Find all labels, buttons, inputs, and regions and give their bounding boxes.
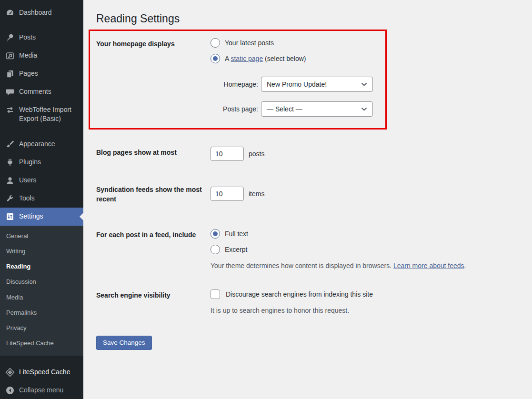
radio-label: A static page (select below) [225, 55, 306, 62]
user-icon [5, 176, 15, 185]
chevron-down-icon [361, 82, 367, 87]
pin-icon [5, 33, 15, 42]
radio-excerpt[interactable]: Excerpt [211, 245, 466, 254]
posts-page-select[interactable]: — Select — [261, 101, 373, 117]
sidebar-item-label: Plugins [19, 158, 80, 167]
sidebar-item-label: Pages [19, 69, 80, 78]
sidebar-item-label: Tools [19, 194, 80, 203]
discourage-indexing-option[interactable]: Discourage search engines from indexing … [211, 289, 373, 299]
sidebar-item-label: Appearance [19, 140, 80, 149]
radio-a-static-page[interactable]: A static page (select below) [211, 54, 373, 63]
sidebar-footer: LiteSpeed Cache Collapse menu [0, 363, 83, 399]
admin-sidebar: Dashboard Posts Media Pages Comments Web… [0, 0, 83, 399]
sidebar-item-collapse-menu[interactable]: Collapse menu [0, 381, 83, 399]
sidebar-item-label: Users [19, 176, 80, 185]
static-page-link[interactable]: static page [231, 55, 263, 62]
sidebar-item-plugins[interactable]: Plugins [0, 153, 83, 171]
sidebar-item-privacy[interactable]: Privacy [0, 320, 83, 336]
feed-include-label: For each post in a feed, include [96, 229, 211, 271]
sidebar-item-settings[interactable]: Settings [0, 208, 83, 226]
sidebar-item-litespeed-cache-settings[interactable]: LiteSpeed Cache [0, 336, 83, 351]
homepage-displays-label: Your homepage displays [96, 38, 211, 117]
search-visibility-checkbox[interactable] [211, 289, 220, 299]
homepage-select[interactable]: New Promo Update! [261, 77, 373, 92]
sidebar-item-media[interactable]: Media [0, 47, 83, 65]
sidebar-item-appearance[interactable]: Appearance [0, 135, 83, 153]
comment-icon [5, 87, 15, 97]
sidebar-item-dashboard[interactable]: Dashboard [0, 4, 83, 22]
sidebar-item-label: Settings [19, 212, 80, 221]
search-visibility-note: It is up to search engines to honor this… [211, 306, 373, 316]
main-content: Reading Settings Your homepage displays … [83, 0, 532, 350]
sidebar-item-litespeed-cache[interactable]: LiteSpeed Cache [0, 363, 83, 381]
current-menu-arrow [76, 213, 83, 220]
homepage-section-highlight: Your homepage displays Your latest posts… [89, 30, 387, 130]
syndication-input[interactable] [211, 187, 244, 201]
plugin-icon [5, 158, 15, 167]
import-export-icon [5, 105, 15, 115]
menu-separator [0, 128, 83, 135]
radio-selected-icon[interactable] [211, 54, 220, 63]
radio-label: Full text [225, 230, 248, 238]
homepage-select-value: New Promo Update! [267, 80, 327, 88]
menu-separator [0, 22, 83, 29]
learn-more-feeds-link[interactable]: Learn more about feeds [393, 262, 464, 269]
radio-label: Excerpt [225, 246, 247, 253]
sidebar-item-tools[interactable]: Tools [0, 190, 83, 208]
checkbox-label: Discourage search engines from indexing … [226, 290, 373, 298]
brush-icon [5, 140, 15, 149]
radio-unselected-icon[interactable] [211, 38, 220, 48]
media-icon [5, 51, 15, 60]
feed-note: Your theme determines how content is dis… [211, 261, 466, 271]
sidebar-item-posts[interactable]: Posts [0, 29, 83, 47]
radio-label: Your latest posts [225, 39, 274, 47]
sidebar-item-label: Posts [19, 33, 80, 42]
pages-icon [5, 69, 15, 79]
syndication-unit: items [249, 190, 264, 198]
sidebar-item-webtoffee-import-export[interactable]: WebToffee Import Export (Basic) [0, 101, 83, 128]
homepage-select-label: Homepage: [211, 80, 258, 88]
sidebar-item-label: Dashboard [19, 8, 80, 17]
dashboard-icon [5, 8, 15, 18]
sidebar-item-writing[interactable]: Writing [0, 244, 83, 259]
chevron-down-icon [361, 107, 367, 111]
page-title: Reading Settings [96, 11, 522, 26]
blog-pages-unit: posts [249, 150, 264, 158]
sidebar-item-label: WebToffee Import Export (Basic) [19, 105, 80, 123]
sidebar-item-label: Comments [19, 87, 80, 96]
litespeed-icon [5, 368, 15, 377]
sidebar-item-label: Collapse menu [19, 386, 80, 395]
settings-icon [5, 212, 15, 221]
sidebar-item-label: LiteSpeed Cache [19, 368, 80, 377]
posts-page-select-label: Posts page: [211, 105, 258, 113]
collapse-icon [5, 386, 15, 395]
settings-submenu: General Writing Reading Discussion Media… [0, 226, 83, 356]
sidebar-item-permalinks[interactable]: Permalinks [0, 305, 83, 320]
blog-pages-label: Blog pages show at most [96, 147, 211, 161]
sidebar-item-media-settings[interactable]: Media [0, 290, 83, 305]
sidebar-item-pages[interactable]: Pages [0, 65, 83, 83]
sidebar-item-label: Media [19, 51, 80, 60]
sidebar-item-general[interactable]: General [0, 229, 83, 244]
sidebar-item-comments[interactable]: Comments [0, 83, 83, 101]
save-changes-button[interactable]: Save Changes [96, 336, 152, 350]
sidebar-item-reading[interactable]: Reading [0, 259, 83, 274]
radio-full-text[interactable]: Full text [211, 229, 466, 239]
posts-page-select-value: — Select — [267, 105, 302, 113]
radio-unselected-icon[interactable] [211, 245, 220, 254]
sidebar-item-users[interactable]: Users [0, 171, 83, 190]
search-visibility-label: Search engine visibility [96, 289, 211, 316]
radio-selected-icon[interactable] [211, 229, 220, 239]
syndication-label: Syndication feeds show the most recent [96, 184, 211, 204]
wrench-icon [5, 194, 15, 203]
sidebar-item-discussion[interactable]: Discussion [0, 274, 83, 289]
blog-pages-input[interactable] [211, 147, 244, 161]
radio-your-latest-posts[interactable]: Your latest posts [211, 38, 373, 48]
